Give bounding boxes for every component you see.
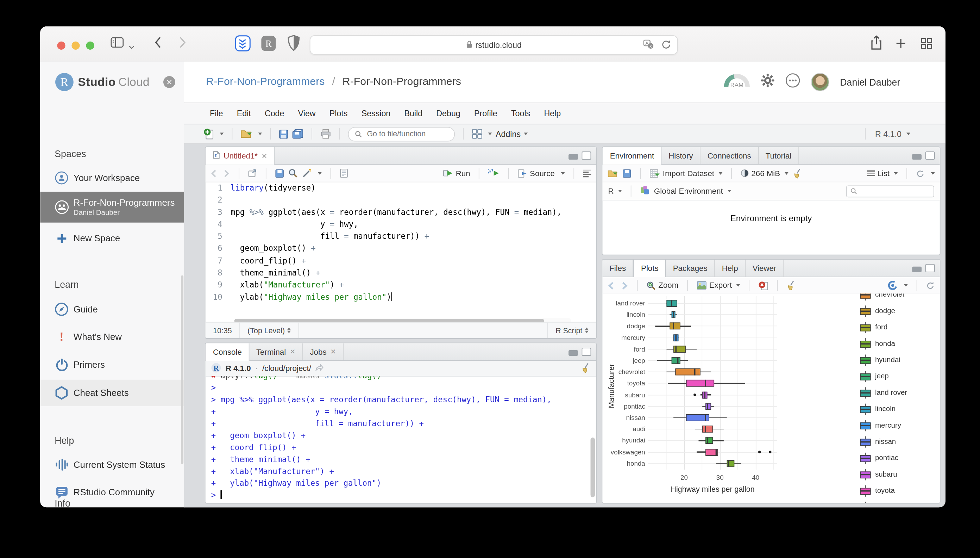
panes-caret[interactable] xyxy=(488,133,492,135)
sidebar-item-space-selected[interactable]: R-For-Non-Programmers Daniel Dauber xyxy=(40,192,184,222)
r-version-menu[interactable]: R 4.1.0 xyxy=(865,128,938,140)
maximize-pane-icon[interactable] xyxy=(926,264,935,272)
save-all-icon[interactable] xyxy=(292,129,303,139)
environment-selector[interactable]: Global Environment xyxy=(654,187,731,195)
editor-back-icon[interactable] xyxy=(211,169,218,177)
env-refresh-caret[interactable] xyxy=(931,172,935,174)
sidebar-item-cheat-sheets[interactable]: Cheat Sheets xyxy=(40,380,184,406)
menu-debug[interactable]: Debug xyxy=(430,107,467,121)
menu-profile[interactable]: Profile xyxy=(468,107,503,121)
env-language-selector[interactable]: R xyxy=(608,187,622,195)
source-caret[interactable] xyxy=(561,172,565,174)
new-file-icon[interactable] xyxy=(203,128,214,140)
breadcrumb-space-link[interactable]: R-For-Non-Programmers xyxy=(206,75,324,87)
minimize-pane-icon[interactable] xyxy=(568,154,578,159)
address-bar[interactable]: rstudio.cloud Ax xyxy=(310,35,678,54)
open-file-icon[interactable] xyxy=(241,129,253,139)
editor-save-icon[interactable] xyxy=(275,169,284,177)
menu-build[interactable]: Build xyxy=(398,107,429,121)
tab-packages[interactable]: Packages xyxy=(666,259,715,277)
tab-connections[interactable]: Connections xyxy=(700,147,759,164)
source-button[interactable]: Source xyxy=(518,169,555,177)
tab-help[interactable]: Help xyxy=(715,259,746,277)
document-outline-icon[interactable] xyxy=(583,168,591,178)
environment-search-input[interactable] xyxy=(860,187,930,195)
clear-console-icon[interactable] xyxy=(581,363,591,374)
tab-viewer[interactable]: Viewer xyxy=(746,259,784,277)
goto-directory-icon[interactable] xyxy=(316,364,324,373)
addins-menu[interactable]: Addins xyxy=(496,129,528,139)
new-file-caret[interactable] xyxy=(220,133,224,135)
maximize-pane-icon[interactable] xyxy=(582,348,591,356)
clear-plots-icon[interactable] xyxy=(786,281,796,290)
plot-export-button[interactable]: Export xyxy=(697,281,740,290)
tab-terminal[interactable]: Terminal✕ xyxy=(249,343,303,360)
menu-edit[interactable]: Edit xyxy=(231,107,257,121)
tab-plots[interactable]: Plots xyxy=(634,259,666,277)
sidebar-item-whats-new[interactable]: ! What's New xyxy=(40,325,184,349)
zoom-window-button[interactable] xyxy=(86,41,94,50)
memory-usage-button[interactable]: 266 MiB xyxy=(741,169,788,177)
tab-jobs[interactable]: Jobs✕ xyxy=(303,343,344,360)
menu-session[interactable]: Session xyxy=(355,107,397,121)
minimize-pane-icon[interactable] xyxy=(912,154,921,159)
forward-button[interactable] xyxy=(179,37,186,51)
editor-forward-icon[interactable] xyxy=(223,169,230,177)
sidebar-item-primers[interactable]: Primers xyxy=(40,353,184,377)
close-terminal-icon[interactable]: ✕ xyxy=(290,348,295,356)
sidebar-chevron-icon[interactable] xyxy=(129,41,134,52)
save-icon[interactable] xyxy=(279,129,288,139)
goto-file-input[interactable] xyxy=(366,129,448,139)
doc-type-selector[interactable]: R Script xyxy=(547,322,596,338)
env-save-icon[interactable] xyxy=(623,169,632,177)
minimize-pane-icon[interactable] xyxy=(912,267,921,272)
sidebar-scrollbar[interactable] xyxy=(181,276,183,464)
menu-plots[interactable]: Plots xyxy=(323,107,354,121)
import-dataset-button[interactable]: Import Dataset xyxy=(650,169,722,177)
maximize-pane-icon[interactable] xyxy=(926,151,935,159)
console-scrollbar[interactable] xyxy=(591,438,595,497)
user-avatar[interactable] xyxy=(811,72,829,91)
compile-notebook-icon[interactable] xyxy=(340,168,348,178)
run-button[interactable]: Run xyxy=(443,169,470,177)
minimize-pane-icon[interactable] xyxy=(568,350,578,356)
rerun-button[interactable] xyxy=(488,169,499,177)
open-file-caret[interactable] xyxy=(258,133,262,135)
tab-overview-icon[interactable] xyxy=(921,38,932,51)
code-tools-wand-icon[interactable] xyxy=(302,168,311,178)
sidebar-item-guide[interactable]: Guide xyxy=(40,297,184,321)
sidebar-close-icon[interactable]: ✕ xyxy=(163,76,175,88)
maximize-pane-icon[interactable] xyxy=(582,151,591,159)
tab-files[interactable]: Files xyxy=(602,259,633,277)
new-tab-icon[interactable] xyxy=(896,38,906,51)
workspace-panes-icon[interactable] xyxy=(472,129,482,139)
find-icon[interactable] xyxy=(288,168,298,178)
plot-zoom-button[interactable]: Zoom xyxy=(646,281,678,290)
menu-view[interactable]: View xyxy=(292,107,322,121)
publish-icon[interactable] xyxy=(888,281,898,290)
menu-help[interactable]: Help xyxy=(538,107,567,121)
plot-forward-icon[interactable] xyxy=(620,281,628,290)
print-icon[interactable] xyxy=(320,129,331,139)
menu-file[interactable]: File xyxy=(203,107,229,121)
remove-plot-icon[interactable] xyxy=(758,281,769,290)
code-tools-caret[interactable] xyxy=(318,172,322,174)
extension-checklist-icon[interactable] xyxy=(235,35,250,54)
sidebar-item-system-status[interactable]: Current System Status xyxy=(40,453,184,477)
minimize-window-button[interactable] xyxy=(72,41,80,50)
sidebar-toggle-icon[interactable] xyxy=(111,37,124,50)
publish-caret[interactable] xyxy=(904,284,908,287)
popout-icon[interactable] xyxy=(248,169,257,177)
code-editor[interactable]: 1library(tidyverse)23mpg %>% ggplot(aes(… xyxy=(206,182,596,316)
more-options-icon[interactable] xyxy=(785,73,800,90)
settings-gear-icon[interactable] xyxy=(761,74,774,90)
tab-untitled1[interactable]: R Untitled1* ✕ xyxy=(206,147,275,165)
plots-refresh-icon[interactable] xyxy=(926,281,935,290)
menu-tools[interactable]: Tools xyxy=(505,107,537,121)
env-clear-icon[interactable] xyxy=(793,168,802,178)
close-tab-icon[interactable]: ✕ xyxy=(262,152,267,160)
goto-file-search[interactable] xyxy=(348,127,455,141)
extension-shield-icon[interactable] xyxy=(287,34,300,54)
sidebar-item-your-workspace[interactable]: Your Workspace xyxy=(40,166,184,190)
back-button[interactable] xyxy=(155,37,162,51)
